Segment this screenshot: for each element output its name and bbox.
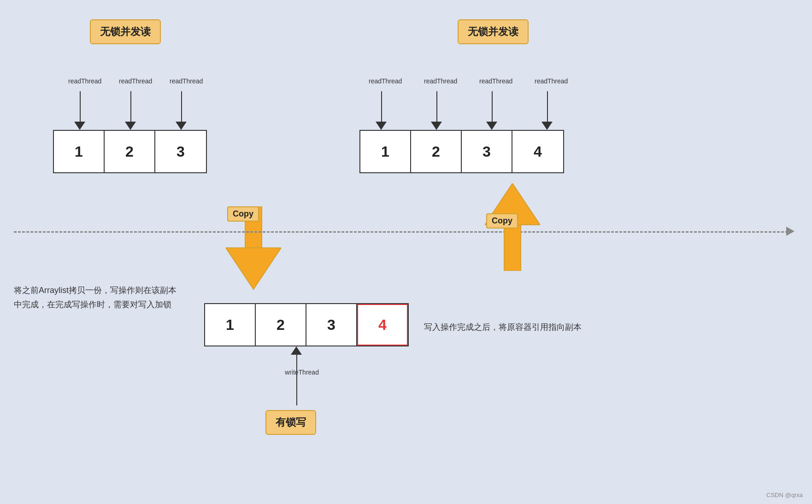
bottom-array: 1 2 3 4 [204,303,409,346]
left-thread-3-line [181,91,182,123]
diagram: 无锁并发读 readThread readThread readThread 1… [0,0,812,504]
right-label: 无锁并发读 [458,19,529,44]
copy-label-left: Copy [227,206,259,222]
right-thread-3-label: readThread [479,77,512,85]
right-cell-4: 4 [512,131,563,172]
bottom-cell-2: 2 [256,304,306,346]
right-thread-4-label: readThread [535,77,568,85]
left-thread-3-arrowhead [176,122,187,130]
right-thread-2-line [436,91,437,123]
right-thread-1-label: readThread [369,77,402,85]
left-thread-3-label: readThread [170,77,203,85]
bottom-cell-1: 1 [205,304,256,346]
bottom-cell-4: 4 [357,304,408,346]
right-array: 1 2 3 4 [359,130,564,173]
right-explanation: 写入操作完成之后，将原容器引用指向副本 [424,320,582,334]
write-thread-line [296,350,297,405]
left-explanation: 将之前Arraylist拷贝一份，写操作则在该副本 中完成，在完成写操作时，需要… [14,283,177,311]
timeline-arrowhead [786,227,794,236]
right-cell-1: 1 [360,131,411,172]
left-cell-1: 1 [54,131,105,172]
watermark: CSDN @qrxa [766,492,803,498]
right-cell-3: 3 [462,131,512,172]
left-cell-2: 2 [105,131,155,172]
timeline-line [14,231,788,233]
bottom-cell-3: 3 [306,304,357,346]
svg-marker-1 [226,248,281,289]
left-thread-1-line [80,91,81,123]
write-thread-arrowhead [291,346,302,355]
right-thread-3-arrowhead [486,122,497,130]
bottom-label: 有锁写 [265,410,316,435]
left-cell-3: 3 [155,131,206,172]
right-thread-2-arrowhead [431,122,442,130]
right-thread-1-arrowhead [376,122,387,130]
left-thread-1-label: readThread [68,77,101,85]
left-thread-2-label: readThread [119,77,152,85]
left-thread-2-arrowhead [125,122,136,130]
copy-label-right: Copy [486,213,518,229]
left-label: 无锁并发读 [90,19,161,44]
left-array: 1 2 3 [53,130,207,173]
right-thread-4-line [547,91,548,123]
right-thread-1-line [381,91,382,123]
right-thread-4-arrowhead [541,122,553,130]
right-cell-2: 2 [411,131,462,172]
svg-rect-3 [504,225,521,271]
left-thread-2-line [130,91,131,123]
left-thread-1-arrowhead [74,122,85,130]
write-thread-label: writeThread [285,369,319,376]
right-thread-3-line [492,91,493,123]
right-thread-2-label: readThread [424,77,457,85]
